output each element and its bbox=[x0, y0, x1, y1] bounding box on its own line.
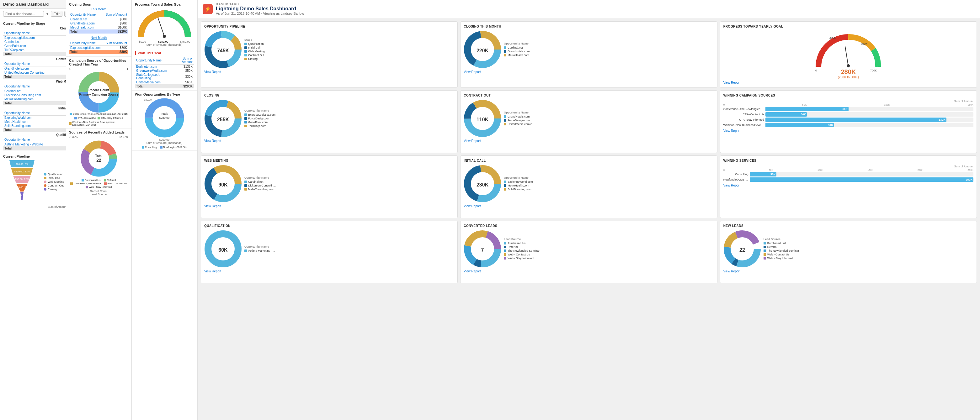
svg-text:Total:: Total: bbox=[161, 112, 168, 115]
link[interactable]: GreenworpMedia.com bbox=[136, 69, 167, 72]
link[interactable]: MetroHealth.com bbox=[70, 26, 94, 29]
card-title: CLOSING THIS MONTH bbox=[464, 25, 714, 28]
svg-text:700K: 700K bbox=[870, 69, 877, 71]
link[interactable]: StateCollege.edu Consulting bbox=[136, 73, 160, 80]
bar-row: NewfangledCMS Site 250K bbox=[723, 178, 974, 182]
bar-track: 30K bbox=[750, 172, 974, 176]
opp-legend: Stage Qualification Initial Call Web Mee… bbox=[244, 38, 265, 61]
swatch bbox=[504, 249, 506, 252]
link[interactable]: UnitedMedia.com bbox=[136, 81, 161, 84]
link[interactable]: Burlington.com bbox=[136, 65, 157, 68]
svg-text:$60.00: 8%: $60.00: 8% bbox=[16, 163, 28, 165]
svg-text:230K: 230K bbox=[477, 182, 489, 187]
campaign-source-title: Campaign Source of Opportunities Created… bbox=[69, 59, 128, 66]
closing-soon-title: Closing Soon bbox=[69, 3, 128, 6]
svg-text:$280.00: $280.00 bbox=[158, 40, 169, 43]
view-report-link[interactable]: View Report bbox=[464, 269, 714, 273]
donut-area: 230K Opportunity Name ExploringWorld.com… bbox=[464, 165, 714, 203]
swatch bbox=[764, 249, 766, 252]
link[interactable]: TNRCorp.com bbox=[5, 48, 24, 52]
view-report-link[interactable]: View Report bbox=[723, 129, 974, 133]
legend-item: Conference--The Newfangled Seminar--Apr … bbox=[70, 113, 128, 115]
swatch bbox=[764, 257, 766, 260]
view-report-link[interactable]: View Report bbox=[204, 70, 454, 74]
swatch bbox=[504, 119, 506, 122]
view-report-link[interactable]: View Report bbox=[723, 81, 974, 84]
link[interactable]: ExploringWorld.com bbox=[5, 116, 32, 119]
link[interactable]: MetroHealth.com bbox=[5, 120, 28, 124]
new-leads-legend: Lead Source Purchased List Referral The … bbox=[764, 238, 799, 260]
bar-fill: 250K bbox=[750, 178, 974, 182]
swatch bbox=[504, 115, 506, 118]
link[interactable]: ExpressLogistics.com bbox=[70, 46, 101, 49]
link[interactable]: UnitedMedia.com Consulting bbox=[5, 71, 45, 74]
legend-item: TNRCorp.com bbox=[244, 124, 275, 128]
svg-text:255K: 255K bbox=[217, 117, 229, 122]
legend-item: Qualification bbox=[244, 42, 265, 46]
winning-services-card: WINNING SERVICES Sum of Amount 0 50K 100… bbox=[720, 155, 977, 218]
svg-text:$280.00: $280.00 bbox=[159, 116, 170, 119]
link[interactable]: Cardinal.net bbox=[5, 89, 21, 93]
view-report-link[interactable]: View Report bbox=[204, 139, 454, 143]
link[interactable]: Cardinal.net bbox=[5, 40, 21, 44]
won-type-title: Won Opportunities By Type bbox=[135, 92, 194, 96]
converted-leads-card: CONVERTED LEADS 7 Lead Source Purchased … bbox=[460, 221, 717, 283]
swatch bbox=[764, 253, 766, 256]
card-title: WINNING SERVICES bbox=[723, 159, 974, 162]
view-report-link[interactable]: View Report bbox=[464, 70, 714, 74]
lightning-sub: As of Jun 21, 2016 10:40 AM · Viewing as… bbox=[216, 12, 304, 15]
legend-item: ExploringWorld.com bbox=[504, 180, 533, 183]
svg-text:Primary Campaign Source: Primary Campaign Source bbox=[79, 93, 118, 96]
legend-item: Purchased List bbox=[504, 242, 539, 245]
converted-legend: Lead Source Purchased List Referral The … bbox=[504, 238, 539, 260]
svg-text:$450.00: $450.00 bbox=[180, 40, 191, 43]
card-title: WINNING CAMPAIGN SOURCES bbox=[723, 94, 974, 97]
search-input[interactable] bbox=[3, 11, 44, 17]
contract-legend: Opportunity Name GrandHotels.com ForceDe… bbox=[504, 111, 535, 126]
swatch bbox=[244, 181, 247, 183]
swatch bbox=[504, 54, 506, 56]
edit-button[interactable]: Edit bbox=[51, 11, 62, 17]
swatch bbox=[244, 114, 247, 116]
view-report-link[interactable]: View Report bbox=[464, 204, 714, 208]
link[interactable]: GenePoint.com bbox=[5, 44, 26, 48]
legend-item: MetroHealth.com bbox=[504, 54, 530, 57]
card-title: NEW LEADS bbox=[723, 224, 974, 228]
view-report-link[interactable]: View Report bbox=[204, 269, 454, 273]
link[interactable]: GrandHotels.com bbox=[70, 22, 95, 25]
legend-item: Web - Contact Us bbox=[504, 253, 539, 256]
legend-item: Contract Out bbox=[244, 54, 265, 57]
link[interactable]: Cardinal.net bbox=[70, 17, 87, 21]
view-report-link[interactable]: View Report bbox=[464, 139, 714, 143]
legend-item: UnitedMedia.com C... bbox=[504, 122, 535, 126]
lightning-icon: ⚡ bbox=[203, 4, 213, 14]
svg-text:200K: 200K bbox=[829, 36, 836, 39]
card-title: CLOSING bbox=[204, 94, 454, 97]
closing-dot bbox=[44, 188, 46, 190]
lightning-header: ⚡ DASHBOARD Lightning Demo Sales Dashboa… bbox=[197, 0, 980, 18]
won-year-section: Won This Year Opportunity NameSum of Amo… bbox=[132, 49, 197, 90]
swatch bbox=[244, 125, 247, 127]
link[interactable]: SolidBranding.com bbox=[5, 124, 31, 128]
view-report-link[interactable]: View Report bbox=[204, 204, 454, 208]
gauge-chart: $0.00 $450.00 $280.00 bbox=[135, 9, 194, 43]
bar-row: CTA--Contact Us 30K bbox=[723, 112, 974, 117]
link[interactable]: Aethna Marketing - Website bbox=[5, 143, 43, 146]
view-report-link[interactable]: View Report bbox=[723, 269, 974, 273]
bar-row: CTA--Stay Informed 130K bbox=[723, 117, 974, 122]
link[interactable]: Dickerson-Consulting.com bbox=[5, 94, 41, 97]
donut-area: 22 Lead Source Purchased List Referral T… bbox=[723, 230, 974, 268]
legend-item: CTA--Contact Us bbox=[74, 117, 96, 119]
web-meeting-dot bbox=[44, 181, 46, 183]
link[interactable]: ExpressLogistics.com bbox=[5, 36, 35, 40]
swatch bbox=[504, 246, 506, 248]
donut-area: 7 Lead Source Purchased List Referral Th… bbox=[464, 230, 714, 268]
link[interactable]: MelioConsulting.com bbox=[5, 97, 33, 101]
link[interactable]: GrandHotels.com bbox=[5, 67, 29, 70]
view-report-link[interactable]: View Report bbox=[723, 184, 974, 187]
swatch bbox=[244, 54, 247, 56]
sources-donut: Total 22 bbox=[80, 140, 118, 178]
donut-area: 90K Opportunity Name Cardinal.net Dicker… bbox=[204, 165, 454, 203]
sources-donut-wrapper: Total 22 bbox=[69, 140, 128, 178]
legend-item: The Newfangled Seminar bbox=[504, 249, 539, 252]
